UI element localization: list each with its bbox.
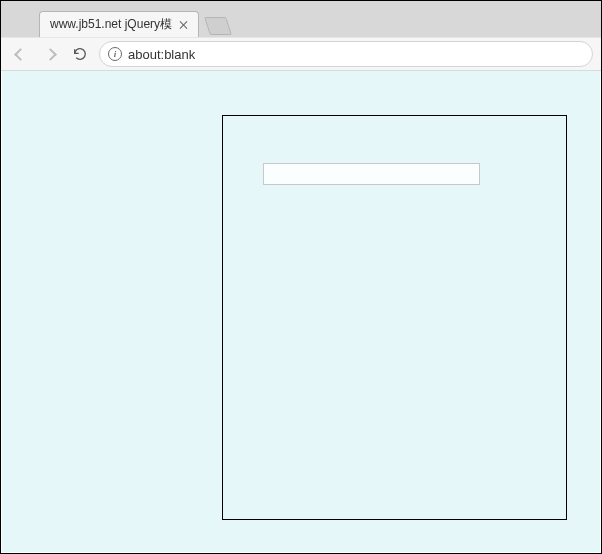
browser-window: www.jb51.net jQuery模 i about:blank xyxy=(0,0,602,554)
forward-button[interactable] xyxy=(39,43,61,65)
site-info-icon[interactable]: i xyxy=(108,47,122,61)
tab-strip: www.jb51.net jQuery模 xyxy=(1,9,601,37)
reload-button[interactable] xyxy=(69,43,91,65)
address-bar[interactable]: i about:blank xyxy=(99,41,593,67)
arrow-right-icon xyxy=(44,48,57,61)
new-tab-button[interactable] xyxy=(204,17,232,35)
arrow-left-icon xyxy=(14,48,27,61)
close-icon[interactable] xyxy=(180,21,188,29)
back-button[interactable] xyxy=(9,43,31,65)
content-panel xyxy=(222,115,567,520)
page-viewport xyxy=(2,71,600,552)
search-input[interactable] xyxy=(263,163,480,185)
address-url: about:blank xyxy=(128,47,195,62)
browser-tab-active[interactable]: www.jb51.net jQuery模 xyxy=(39,11,199,37)
reload-icon xyxy=(72,46,88,62)
window-titlebar xyxy=(1,1,601,9)
browser-toolbar: i about:blank xyxy=(1,37,601,71)
tab-title: www.jb51.net jQuery模 xyxy=(50,16,172,33)
